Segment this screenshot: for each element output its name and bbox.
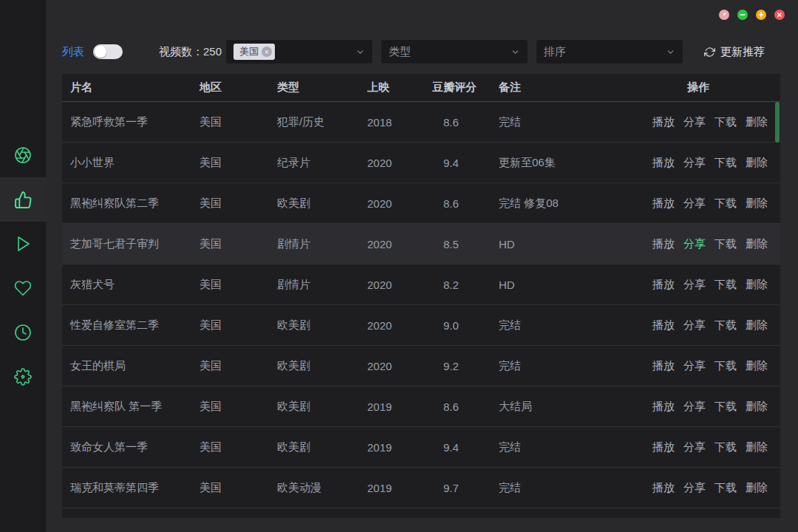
action-share[interactable]: 分享 [683,359,706,373]
cell-type: 欧美剧 [277,400,367,414]
cell-region: 美国 [200,197,277,211]
video-count: 视频数：250 [159,39,222,64]
action-delete[interactable]: 删除 [746,197,768,211]
table-row[interactable]: 黑袍纠察队 第一季美国欧美剧20198.6大结局播放分享下载删除 [62,386,780,427]
action-share[interactable]: 分享 [683,197,706,211]
action-share[interactable]: 分享 [683,237,706,251]
scrollbar-thumb[interactable] [775,102,780,143]
action-share[interactable]: 分享 [683,115,706,129]
action-download[interactable]: 下载 [715,237,737,251]
sidebar-item-settings[interactable] [0,355,46,399]
maximize-icon [758,12,764,18]
close-button[interactable] [774,10,785,20]
action-play[interactable]: 播放 [652,318,675,332]
refresh-recommend-button[interactable]: 更新推荐 [704,39,765,64]
col-rating: 豆瓣评分 [432,81,499,95]
action-share[interactable]: 分享 [683,481,706,495]
sort-select[interactable]: 排序 [536,39,683,64]
action-delete[interactable]: 删除 [746,318,768,332]
table-body: 紧急呼救第一季美国犯罪/历史20188.6完结播放分享下载删除小小世界美国纪录片… [62,102,780,518]
sidebar-item-play[interactable] [0,222,46,266]
cell-note: 更新至06集 [499,156,639,170]
action-play[interactable]: 播放 [652,481,675,495]
action-share[interactable]: 分享 [683,400,706,414]
cell-rating: 8.6 [432,116,499,129]
sidebar-item-thumbs-up[interactable] [0,177,46,222]
cell-note: 完结 [499,318,639,332]
sort-placeholder: 排序 [544,45,566,59]
action-download[interactable]: 下载 [715,156,737,170]
cell-year: 2020 [367,360,432,372]
table-row[interactable]: 芝加哥七君子审判美国剧情片20208.5HD播放分享下载删除 [62,224,780,265]
action-delete[interactable]: 删除 [746,481,768,495]
action-download[interactable]: 下载 [715,115,737,129]
cell-rating: 9.4 [432,441,499,454]
action-play[interactable]: 播放 [652,359,675,373]
minimize-button[interactable] [737,10,748,20]
action-delete[interactable]: 删除 [746,237,768,251]
action-delete[interactable]: 删除 [746,156,768,170]
table-row[interactable]: 紧急呼救第一季美国犯罪/历史20188.6完结播放分享下载删除 [62,102,780,143]
window-controls [719,10,785,20]
action-download[interactable]: 下载 [715,197,737,211]
cell-rating: 9.4 [432,157,499,169]
table-row[interactable]: 性爱自修室第二季美国欧美剧20209.0完结播放分享下载删除 [62,305,780,346]
action-share[interactable]: 分享 [683,278,706,292]
region-tag-label: 美国 [239,45,259,58]
maximize-button[interactable] [756,10,766,20]
action-download[interactable]: 下载 [715,278,737,292]
action-play[interactable]: 播放 [652,400,675,414]
cell-type: 剧情片 [277,278,367,292]
cell-type: 剧情片 [277,237,367,251]
cell-title: 黑袍纠察队第二季 [62,197,200,211]
cell-year: 2020 [367,238,432,250]
cell-actions: 播放分享下载删除 [639,481,780,495]
chevron-down-icon [511,47,520,57]
action-delete[interactable]: 删除 [746,359,768,373]
sidebar-item-aperture[interactable] [0,133,46,177]
action-download[interactable]: 下载 [715,400,737,414]
cell-title: 性爱自修室第二季 [62,318,200,332]
table-row[interactable]: 爱，死亡和机器人第一季 [62,508,780,518]
col-type: 类型 [277,81,367,95]
action-delete[interactable]: 删除 [746,400,768,414]
action-download[interactable]: 下载 [715,359,737,373]
region-select[interactable]: 美国 × [225,39,373,64]
table-row[interactable]: 瑞克和莫蒂第四季美国欧美动漫20199.7完结播放分享下载删除 [62,468,780,508]
action-play[interactable]: 播放 [652,440,675,454]
action-play[interactable]: 播放 [652,278,675,292]
sidebar-item-heart[interactable] [0,266,46,310]
action-delete[interactable]: 删除 [746,440,768,454]
action-play[interactable]: 播放 [652,197,675,211]
table-row[interactable]: 女王的棋局美国欧美剧20209.2完结播放分享下载删除 [62,346,780,386]
cell-rating: 8.6 [432,197,499,210]
action-share[interactable]: 分享 [683,440,706,454]
action-share[interactable]: 分享 [683,156,706,170]
col-year: 上映 [367,81,432,95]
table-row[interactable]: 黑袍纠察队第二季美国欧美剧20208.6完结 修复08播放分享下载删除 [62,183,780,224]
action-share[interactable]: 分享 [683,318,706,332]
table-row[interactable]: 小小世界美国纪录片20209.4更新至06集播放分享下载删除 [62,143,780,183]
pin-button[interactable] [719,10,729,20]
type-select[interactable]: 类型 [381,39,528,64]
tag-remove-icon[interactable]: × [262,47,272,57]
action-play[interactable]: 播放 [652,115,675,129]
action-download[interactable]: 下载 [715,318,737,332]
cell-title: 女王的棋局 [62,359,200,373]
table-row[interactable]: 灰猎犬号美国剧情片20208.2HD播放分享下载删除 [62,265,780,305]
cell-type: 犯罪/历史 [277,115,367,129]
action-play[interactable]: 播放 [652,237,675,251]
sidebar-item-clock[interactable] [0,310,46,355]
close-icon [777,12,782,18]
action-delete[interactable]: 删除 [746,278,768,292]
table-row[interactable]: 致命女人第一季美国欧美剧20199.4完结播放分享下载删除 [62,427,780,468]
action-play[interactable]: 播放 [652,156,675,170]
action-download[interactable]: 下载 [715,481,737,495]
action-download[interactable]: 下载 [715,440,737,454]
col-note: 备注 [499,81,639,95]
list-toggle[interactable] [93,44,123,59]
list-label: 列表 [62,45,84,59]
cell-rating: 8.6 [432,400,499,413]
action-delete[interactable]: 删除 [746,115,768,129]
cell-note: HD [499,238,639,250]
